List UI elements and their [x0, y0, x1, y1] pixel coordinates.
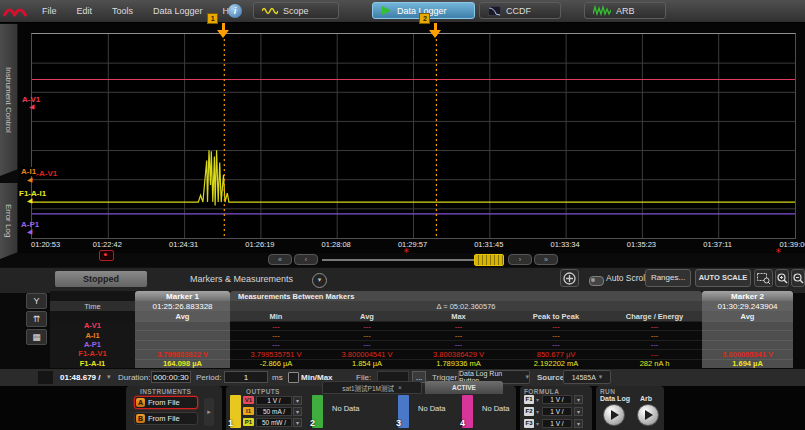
- play-icon: [645, 410, 653, 420]
- active-tab[interactable]: ACTIVE: [425, 381, 503, 394]
- chevron-down-icon[interactable]: ▾: [312, 273, 327, 288]
- instrument-b-key: B: [136, 414, 145, 423]
- datalog-run-button[interactable]: [603, 404, 625, 426]
- marker2-time: 01:30:29.243904: [702, 301, 793, 311]
- scroll-step-forward-button[interactable]: ›: [508, 254, 532, 265]
- formula-f1-caret[interactable]: ▾: [574, 395, 583, 404]
- zoom-out-button[interactable]: [791, 269, 805, 287]
- tab-scope[interactable]: Scope: [253, 2, 339, 19]
- measurement-cell: 3.800004541 V: [322, 349, 412, 358]
- auto-scale-button[interactable]: AUTO SCALE: [695, 269, 751, 287]
- menu-tools[interactable]: Tools: [102, 6, 143, 16]
- marker-handle[interactable]: [429, 23, 442, 39]
- output1-p-scale-field[interactable]: 50 mW /: [256, 418, 292, 427]
- scrollbar-thumb[interactable]: [474, 254, 504, 266]
- grid-view-button[interactable]: ▦: [26, 329, 47, 345]
- scroll-jump-end-button[interactable]: »: [534, 254, 558, 265]
- minmax-checkbox[interactable]: [288, 372, 299, 383]
- output1-v1-tag[interactable]: V1: [243, 396, 254, 404]
- caret-icon: ▾: [599, 373, 603, 381]
- marker2-header: Marker 2: [702, 291, 793, 301]
- marker-handle[interactable]: [217, 23, 230, 39]
- markers-view-button[interactable]: ⇈: [26, 311, 47, 327]
- formula-f2-tag[interactable]: F2: [524, 407, 534, 416]
- output1-i1-tag[interactable]: I1: [243, 407, 254, 415]
- measurement-cell: ---: [230, 340, 322, 349]
- formula-f2-scale-field[interactable]: 1 V /: [542, 407, 572, 416]
- instrument-a-button[interactable]: A From File: [134, 396, 198, 409]
- output1-i-scale-caret[interactable]: ▾: [293, 407, 302, 416]
- elapsed-caret-icon[interactable]: ▾: [107, 373, 111, 381]
- table-row-label: A-P1: [50, 340, 135, 349]
- channel-label-a-i1[interactable]: A-I1: [21, 167, 36, 176]
- ranges-button[interactable]: Ranges...: [645, 269, 691, 287]
- arb-run-button[interactable]: [637, 404, 659, 426]
- source-label: Source: [537, 373, 564, 382]
- measurements-table: Marker 1 Measurements Between Markers Ma…: [50, 291, 793, 368]
- caret-icon[interactable]: ▾: [536, 396, 539, 403]
- zoom-in-button[interactable]: [775, 269, 789, 287]
- menu-edit[interactable]: Edit: [67, 6, 103, 16]
- marker-badge[interactable]: 2: [419, 13, 430, 24]
- marker-badge[interactable]: 1: [207, 13, 218, 24]
- measurement-cell: -2.866 µA: [230, 359, 322, 368]
- caret-icon[interactable]: ▾: [536, 420, 539, 427]
- tab-arb[interactable]: ARB: [584, 2, 666, 19]
- instrument-a-label: From File: [148, 398, 180, 407]
- plot-svg: [32, 34, 795, 238]
- time-row-label: Time: [50, 301, 135, 311]
- formula-f1-tag[interactable]: F1: [524, 395, 534, 404]
- table-corner: [50, 311, 135, 321]
- marker1-avg-cell: [135, 321, 230, 330]
- formula-f3-caret[interactable]: ▾: [574, 419, 583, 428]
- formula-f2-caret[interactable]: ▾: [574, 407, 583, 416]
- col-header-avg-m2: Avg: [702, 311, 793, 321]
- menu-file[interactable]: File: [32, 6, 67, 16]
- measurement-cell: 850.677 µV: [505, 349, 607, 358]
- marker1-time: 01:25:26.883328: [135, 301, 230, 311]
- instrument-b-button[interactable]: B From File: [134, 412, 198, 425]
- instrument-a-key: A: [136, 398, 145, 407]
- marker2-avg-cell: [702, 321, 793, 330]
- duration-field[interactable]: 000:00:30: [151, 371, 191, 383]
- caret-icon[interactable]: ▾: [536, 408, 539, 415]
- add-marker-button[interactable]: [560, 269, 579, 287]
- auto-scroll-toggle[interactable]: [589, 276, 604, 286]
- scroll-jump-start-button[interactable]: «: [268, 254, 292, 265]
- expander-button[interactable]: ▸: [204, 398, 214, 426]
- output1-i-scale-field[interactable]: 50 mA /: [256, 407, 292, 416]
- measurement-cell: ---: [322, 321, 412, 330]
- measurement-cell: 1.854 µA: [322, 359, 412, 368]
- source-dropdown[interactable]: 14585A ▾: [563, 370, 611, 384]
- output4-status: No Data: [482, 404, 510, 413]
- marker-tool-button[interactable]: Y: [26, 293, 47, 309]
- waveform-plot[interactable]: [31, 33, 796, 239]
- formula-f3-tag[interactable]: F3: [524, 419, 534, 428]
- datalog-file-tab[interactable]: sat1测试P1M测试 ×: [322, 381, 422, 394]
- instruments-section: INSTRUMENTS A From File B From File ▸: [126, 386, 222, 430]
- formula-f3-scale-field[interactable]: 1 V /: [542, 419, 572, 428]
- scroll-step-back-button[interactable]: ‹: [294, 254, 318, 265]
- marker1-avg-cell: [135, 330, 230, 339]
- period-field[interactable]: 1: [224, 371, 268, 383]
- col-header-charge-energy: Charge / Energy: [607, 311, 702, 321]
- formula-f1-scale-field[interactable]: 1 V /: [542, 395, 572, 404]
- menu-data-logger[interactable]: Data Logger: [143, 6, 213, 16]
- zoom-box-button[interactable]: [754, 269, 773, 287]
- tab-ccdf[interactable]: CCDF: [479, 2, 561, 19]
- title-bar: File Edit Tools Data Logger Help i Scope…: [0, 0, 805, 23]
- output1-p-scale-caret[interactable]: ▾: [293, 418, 302, 427]
- collapse-grip[interactable]: [38, 371, 53, 384]
- marker1-avg-cell: 3.799803822 V: [135, 349, 230, 358]
- x-tick: 01:20:53: [31, 240, 60, 249]
- output1-v-scale-field[interactable]: 1 V /: [256, 396, 292, 405]
- output1-p1-tag[interactable]: P1: [243, 418, 254, 426]
- close-icon[interactable]: ×: [398, 384, 402, 391]
- channel-label-f1-a-i1[interactable]: F1-A-I1: [19, 189, 46, 198]
- sidebar-tab-instrument-control[interactable]: Instrument Control: [0, 24, 18, 176]
- col-header-avg: Avg: [322, 311, 412, 321]
- info-icon[interactable]: i: [228, 4, 242, 18]
- measurement-cell: ---: [322, 340, 412, 349]
- output1-v-scale-caret[interactable]: ▾: [293, 396, 302, 405]
- sidebar-tab-error-log[interactable]: Error Log: [0, 183, 18, 259]
